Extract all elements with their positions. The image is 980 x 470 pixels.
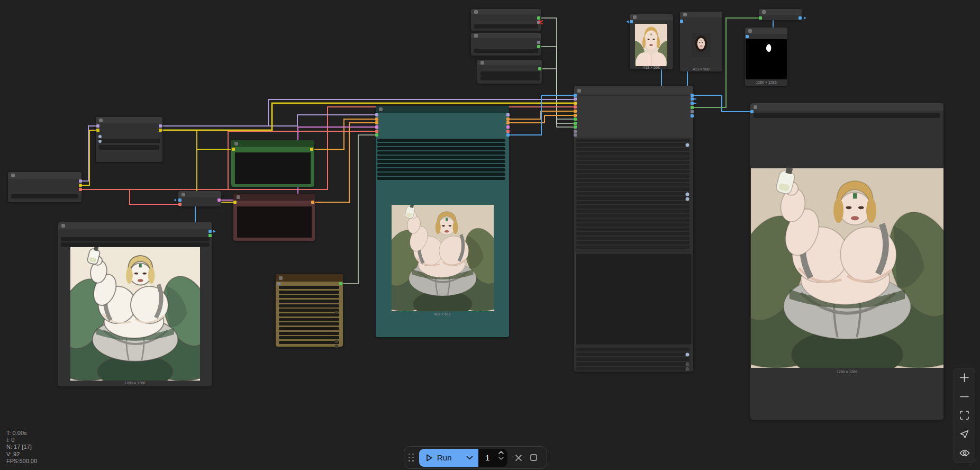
widget-row[interactable] — [576, 187, 689, 191]
widget-row[interactable] — [377, 143, 505, 146]
widget-row[interactable] — [279, 300, 339, 303]
positive-prompt-node[interactable] — [231, 140, 314, 187]
collapse-icon[interactable] — [754, 105, 757, 109]
node-header[interactable] — [750, 103, 943, 111]
widget-row[interactable] — [576, 241, 689, 244]
chevron-down-icon[interactable] — [466, 456, 473, 460]
widget-row[interactable] — [576, 148, 689, 151]
collapse-icon[interactable] — [99, 119, 103, 122]
zoom-in-button[interactable] — [959, 373, 970, 383]
node-header[interactable] — [233, 194, 315, 201]
collapse-icon[interactable] — [237, 195, 240, 199]
widget-row[interactable] — [279, 309, 339, 312]
widget-row[interactable] — [576, 205, 689, 209]
collapse-icon[interactable] — [480, 61, 484, 65]
widget-row[interactable] — [377, 139, 505, 142]
node-header[interactable] — [231, 140, 314, 147]
widget-row[interactable] — [279, 291, 339, 294]
text-node-3[interactable] — [477, 60, 542, 84]
text-node-1[interactable] — [471, 9, 541, 31]
stop-button[interactable] — [530, 454, 538, 462]
widget-row[interactable] — [377, 147, 505, 150]
preview-face-node-2[interactable]: 413 × 508 — [680, 12, 722, 71]
widget-row[interactable] — [576, 165, 689, 168]
widget-row[interactable] — [279, 341, 339, 344]
stepper-up-icon[interactable] — [498, 451, 504, 454]
collapse-icon[interactable] — [577, 89, 581, 93]
widget-row[interactable] — [576, 367, 689, 370]
node-header[interactable] — [178, 191, 221, 197]
widget-row[interactable] — [576, 152, 689, 155]
mask-convert-node[interactable] — [759, 9, 802, 20]
widget-row[interactable] — [474, 49, 538, 53]
detailer-node[interactable] — [574, 86, 693, 372]
stepper-down-icon[interactable] — [498, 457, 504, 460]
widget-row[interactable] — [98, 139, 160, 143]
widget-row[interactable] — [474, 24, 538, 29]
collapse-icon[interactable] — [474, 34, 478, 38]
widget-row[interactable] — [754, 113, 940, 118]
widget-row[interactable] — [377, 151, 505, 155]
widget-row[interactable] — [279, 304, 339, 308]
widget-row[interactable] — [576, 246, 689, 249]
collapse-icon[interactable] — [182, 193, 185, 196]
node-header[interactable] — [8, 172, 81, 179]
widget-row[interactable] — [279, 318, 339, 321]
lora-loader-node[interactable] — [96, 117, 162, 162]
widget-row[interactable] — [576, 139, 689, 142]
widget-row[interactable] — [279, 336, 339, 339]
widget-row[interactable] — [480, 71, 540, 76]
widget-row[interactable] — [576, 201, 689, 204]
widget-row[interactable] — [576, 228, 689, 231]
collapse-icon[interactable] — [279, 276, 283, 280]
collapse-icon[interactable] — [633, 15, 637, 19]
widget-row[interactable] — [377, 168, 505, 171]
node-header[interactable] — [471, 33, 541, 38]
widget-row[interactable] — [377, 173, 505, 176]
node-header[interactable] — [58, 222, 212, 229]
widget-row[interactable] — [576, 223, 689, 227]
widget-row[interactable] — [576, 196, 689, 200]
collapse-icon[interactable] — [762, 10, 766, 14]
load-image-node[interactable]: 1280 × 1286 — [58, 222, 212, 386]
text-node-2[interactable] — [471, 33, 541, 56]
collapse-icon[interactable] — [379, 107, 383, 111]
widget-row[interactable] — [576, 232, 689, 235]
final-preview-node[interactable]: 1280 × 1286 — [750, 103, 943, 420]
cancel-button[interactable] — [515, 454, 522, 462]
collapse-icon[interactable] — [474, 10, 478, 14]
widget-row[interactable] — [279, 322, 339, 326]
toolbar-drag-handle-icon[interactable] — [409, 454, 414, 462]
widget-row[interactable] — [576, 157, 689, 160]
preview-face-node-1[interactable]: 413 × 508 — [630, 14, 673, 69]
collapse-icon[interactable] — [234, 142, 238, 146]
widget-row[interactable] — [61, 237, 210, 241]
widget-row[interactable] — [576, 183, 689, 186]
widget-row[interactable] — [11, 194, 78, 198]
negative-prompt-node[interactable] — [233, 194, 315, 241]
node-header[interactable] — [96, 117, 162, 123]
sampler-node[interactable]: 481 × 512 — [376, 106, 509, 337]
node-header[interactable] — [759, 9, 802, 15]
node-graph-canvas[interactable]: 1280 × 1286 — [0, 0, 980, 470]
node-header[interactable] — [376, 106, 509, 113]
run-button[interactable]: Run — [419, 449, 478, 467]
widget-row[interactable] — [279, 313, 339, 317]
style-node[interactable] — [276, 274, 343, 347]
widget-row[interactable] — [576, 192, 689, 195]
widget-row[interactable] — [279, 332, 339, 335]
node-header[interactable] — [477, 60, 542, 65]
widget-row[interactable] — [576, 179, 689, 182]
fit-view-button[interactable] — [959, 410, 970, 421]
widget-row[interactable] — [480, 76, 540, 80]
widget-row[interactable] — [377, 177, 505, 180]
widget-row[interactable] — [576, 237, 689, 240]
batch-count-input[interactable]: 1 — [478, 449, 507, 467]
widget-row[interactable] — [576, 174, 689, 177]
node-header[interactable] — [471, 9, 541, 14]
widget-row[interactable] — [576, 170, 689, 173]
widget-row[interactable] — [61, 242, 210, 247]
widget-row[interactable] — [576, 219, 689, 222]
checkpoint-loader-node[interactable] — [8, 172, 81, 202]
widget-row[interactable] — [279, 286, 339, 289]
